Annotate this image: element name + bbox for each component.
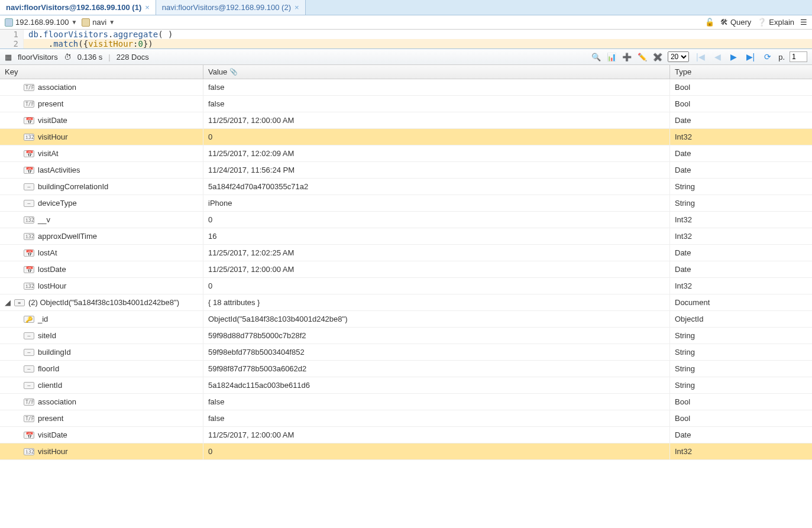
cell-key: lostHour [0,278,203,294]
table-row[interactable]: associationfalseBool [0,79,812,96]
cell-type: Date [670,261,812,277]
cell-value[interactable]: false [203,394,670,410]
key-text: present [38,414,63,423]
cell-key: buildingId [0,344,203,360]
page-input[interactable] [790,51,807,62]
key-text: lastActivities [38,166,80,174]
table-row[interactable]: deviceTypeiPhoneString [0,195,812,212]
options-icon[interactable]: ☰ [800,18,807,27]
cell-value[interactable]: ObjectId("5a184f38c103b4001d242be8") [203,311,670,327]
cell-value[interactable]: 5a1824adc115ac003be611d6 [203,377,670,393]
cell-key: visitAt [0,145,203,161]
code-editor[interactable]: 1 db.floorVisitors.aggregate( ) 2 .match… [0,30,812,48]
table-row[interactable]: lostDate11/25/2017, 12:00:00 AMDate [0,261,812,278]
table-row[interactable]: ◢(2) ObjectId("5a184f38c103b4001d242be8"… [0,294,812,311]
table-row[interactable]: _idObjectId("5a184f38c103b4001d242be8")O… [0,311,812,328]
add-doc-icon[interactable]: ➕ [622,51,632,62]
prev-page-button[interactable]: ◀ [712,52,723,61]
collapse-icon[interactable]: ◢ [5,298,11,307]
view-icon[interactable]: 📊 [606,51,617,62]
cell-value[interactable]: false [203,79,670,95]
cell-value[interactable]: 11/25/2017, 12:00:00 AM [203,261,670,277]
close-icon[interactable]: × [145,3,150,12]
cell-type: String [670,179,812,195]
table-row[interactable]: lostHour0Int32 [0,278,812,294]
cell-type: Document [670,294,812,310]
db-label: navi [92,18,106,27]
int-type-icon [24,448,34,455]
key-text: siteId [38,331,56,340]
cell-value[interactable]: 0 [203,129,670,145]
cell-type: String [670,361,812,377]
cell-value[interactable]: false [203,410,670,426]
edit-doc-icon[interactable]: ✏️ [637,51,648,62]
table-row[interactable]: buildingId59f98ebfd778b5003404f852String [0,344,812,361]
cell-value[interactable]: 16 [203,228,670,244]
cell-value[interactable]: 59f98f87d778b5003a6062d2 [203,361,670,377]
table-row[interactable]: clientId5a1824adc115ac003be611d6String [0,377,812,394]
cell-type: Date [670,427,812,443]
table-row[interactable]: visitDate11/25/2017, 12:00:00 AMDate [0,112,812,129]
table-row[interactable]: siteId59f98d88d778b5000c7b28f2String [0,328,812,344]
cell-type: String [670,344,812,360]
cell-value[interactable]: 11/25/2017, 12:02:25 AM [203,245,670,261]
query-button[interactable]: 🛠 Query [720,18,751,27]
col-header-value[interactable]: Value 📎 [203,65,670,79]
table-row[interactable]: visitHour0Int32 [0,443,812,460]
cell-type: Bool [670,79,812,95]
cell-value[interactable]: false [203,96,670,112]
db-selector[interactable]: navi ▼ [82,18,115,27]
lock-icon[interactable]: 🔓 [705,18,714,27]
explain-label: Explain [769,18,794,27]
table-row[interactable]: floorId59f98f87d778b5003a6062d2String [0,361,812,377]
cell-value[interactable]: 11/24/2017, 11:56:24 PM [203,162,670,178]
close-icon[interactable]: × [295,3,299,12]
bool-type-icon [24,84,34,91]
key-text: clientId [38,381,62,390]
next-page-button[interactable]: ▶ [728,52,739,61]
oid-type-icon [24,316,34,323]
table-row[interactable]: presentfalseBool [0,410,812,427]
last-page-button[interactable]: ▶| [744,52,758,61]
cell-key: present [0,410,203,426]
exec-time: 0.136 s [77,53,103,61]
table-row[interactable]: visitHour0Int32 [0,129,812,145]
table-row[interactable]: lastActivities11/24/2017, 11:56:24 PMDat… [0,162,812,179]
cell-value[interactable]: 5a184f24d70a4700355c71a2 [203,179,670,195]
cell-value[interactable]: 0 [203,212,670,228]
table-row[interactable]: approxDwellTime16Int32 [0,228,812,245]
table-row[interactable]: __v0Int32 [0,212,812,228]
find-icon[interactable]: 🔍 [591,51,601,62]
cell-value[interactable]: 59f98ebfd778b5003404f852 [203,344,670,360]
table-row[interactable]: lostAt11/25/2017, 12:02:25 AMDate [0,245,812,261]
collection-name: floorVisitors [18,53,58,61]
cell-value[interactable]: 11/25/2017, 12:02:09 AM [203,145,670,161]
tab-1[interactable]: navi:floorVisitors@192.168.99.100 (1) × [0,0,156,15]
cell-value[interactable]: 59f98d88d778b5000c7b28f2 [203,328,670,344]
refresh-button[interactable]: ⟳ [762,52,774,61]
page-size-select[interactable]: 20 [668,51,689,62]
table-row[interactable]: presentfalseBool [0,96,812,112]
bool-type-icon [24,399,34,406]
explain-button[interactable]: ❔ Explain [757,18,794,27]
table-row[interactable]: buildingCorrelationId5a184f24d70a4700355… [0,179,812,195]
first-page-button[interactable]: |◀ [694,52,707,61]
cell-key: lostAt [0,245,203,261]
cell-value[interactable]: 0 [203,278,670,294]
key-text: visitHour [38,132,68,141]
delete-doc-icon[interactable]: ✖️ [652,51,663,62]
table-row[interactable]: visitAt11/25/2017, 12:02:09 AMDate [0,145,812,162]
grid-header: Key Value 📎 Type [0,65,812,79]
cell-value[interactable]: iPhone [203,195,670,211]
col-header-key[interactable]: Key [0,65,203,79]
cell-value[interactable]: 0 [203,443,670,459]
cell-key: siteId [0,328,203,344]
col-header-type[interactable]: Type [670,65,812,79]
table-row[interactable]: visitDate11/25/2017, 12:00:00 AMDate [0,427,812,443]
cell-value[interactable]: 11/25/2017, 12:00:00 AM [203,112,670,128]
table-row[interactable]: associationfalseBool [0,394,812,410]
cell-value[interactable]: 11/25/2017, 12:00:00 AM [203,427,670,443]
tab-2[interactable]: navi:floorVisitors@192.168.99.100 (2) × [156,0,306,15]
host-selector[interactable]: 192.168.99.100 ▼ [5,18,77,27]
cell-value[interactable]: { 18 attributes } [203,294,670,310]
